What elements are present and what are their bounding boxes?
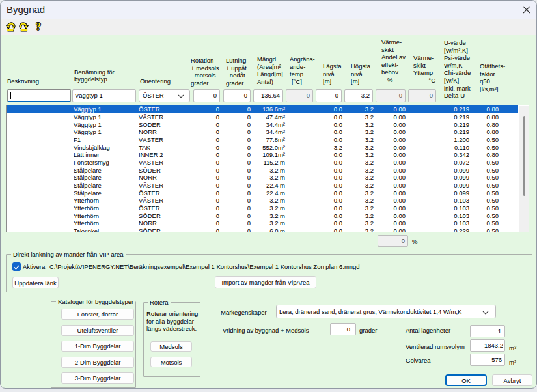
svg-text:?: ? [36, 21, 41, 32]
